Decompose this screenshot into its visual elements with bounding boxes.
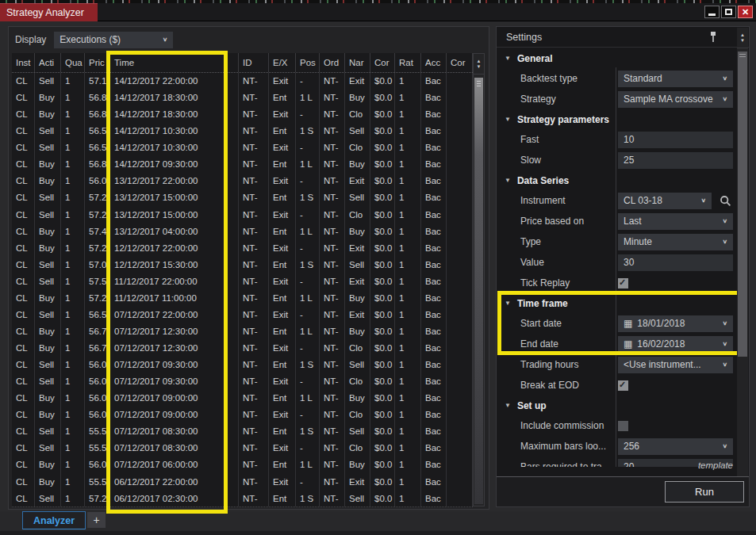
col-header-rate[interactable]: Rat [395,53,421,72]
section-general[interactable]: ▼ General [497,48,737,68]
scroll-down-icon[interactable]: ▼ [740,38,745,43]
col-header-quantity[interactable]: Qua [61,53,85,72]
include-commission-checkbox[interactable] [618,421,628,431]
search-icon[interactable] [720,195,731,207]
table-row[interactable]: CL Buy 1 56.8 14/12/2017 18:30:00 NT- En… [12,90,473,106]
table-row[interactable]: CL Buy 1 56.0 07/12/2017 06:00:00 NT- En… [12,457,473,473]
col-header-account[interactable]: Acc [421,53,447,72]
start-date-picker[interactable]: ▦18/01/2018∨ [618,315,733,332]
pin-icon[interactable] [708,31,719,44]
col-header-action[interactable]: Acti [35,53,61,72]
cell-quantity: 1 [61,440,85,457]
col-header-time[interactable]: Time [110,53,226,72]
cell-id: NT- [239,390,269,407]
table-row[interactable]: CL Sell 1 57.5 11/12/2017 22:00:00 NT- E… [12,273,473,290]
add-tab-button[interactable]: + [87,512,106,528]
minimize-button[interactable] [704,6,720,18]
end-date-picker[interactable]: ▦16/02/2018∨ [618,336,733,353]
trading-hours-dropdown[interactable]: <Use instrument...∨ [618,357,733,373]
cell-price: 57.4 [85,224,110,240]
settings-scrollbar-thumb[interactable] [738,52,747,357]
col-header-commission[interactable]: Cor [370,53,395,72]
table-row[interactable]: CL Buy 1 55.5 06/12/2017 22:00:00 NT- Ex… [12,474,473,491]
cell-gap [226,139,239,156]
table-row[interactable]: CL Sell 1 57.1 14/12/2017 22:00:00 NT- E… [12,73,473,90]
col-header-instrument[interactable]: Inst [12,53,35,72]
table-row[interactable]: CL Buy 1 56.7 07/12/2017 12:30:00 NT- En… [12,323,473,340]
cell-rate: 1 [395,240,421,257]
cell-commission: $0.0 [370,123,395,139]
table-scrollbar[interactable]: ▲ ▼ [473,53,485,506]
run-button[interactable]: Run [665,481,744,503]
table-row[interactable]: CL Buy 1 57.2 11/12/2017 11:00:00 NT- En… [12,290,473,307]
scroll-down-icon[interactable]: ▼ [477,64,482,69]
table-row[interactable]: CL Buy 1 56.7 07/12/2017 12:30:00 NT- Ex… [12,340,473,357]
cell-rate: 1 [395,257,421,273]
strategy-dropdown[interactable]: Sample MA crossove∨ [618,91,733,108]
cell-action: Buy [35,390,61,407]
scroll-up-icon[interactable]: ▲ [740,32,745,37]
maximize-button[interactable] [721,6,736,18]
table-row[interactable]: CL Sell 1 57.2 06/12/2017 02:30:00 NT- E… [12,491,473,507]
template-link[interactable]: template [698,460,733,470]
table-row[interactable]: CL Buy 1 56.0 07/12/2017 09:00:00 NT- En… [12,390,473,407]
cell-commission: $0.0 [370,290,395,307]
table-row[interactable]: CL Buy 1 56.8 14/12/2017 18:30:00 NT- Ex… [12,106,473,123]
value-input[interactable]: 30 [618,254,733,271]
window-title-tab[interactable]: Strategy Analyzer [0,3,98,21]
tick-replay-checkbox[interactable] [618,278,628,289]
table-row[interactable]: CL Buy 1 57.4 13/12/2017 04:00:00 NT- En… [12,224,473,240]
col-header-price[interactable]: Pric [85,53,110,72]
cell-action: Buy [35,323,61,340]
type-dropdown[interactable]: Minute∨ [618,234,733,250]
cell-price: 56.5 [85,307,110,323]
table-row[interactable]: CL Sell 1 56.5 07/12/2017 22:00:00 NT- E… [12,307,473,323]
display-dropdown[interactable]: Executions ($) ∨ [54,32,173,48]
cell-instrument: CL [12,423,35,440]
scroll-up-icon[interactable]: ▲ [477,59,482,63]
table-row[interactable]: CL Sell 1 55.5 07/12/2017 08:30:00 NT- E… [12,423,473,440]
cell-order: NT- [320,189,345,206]
settings-scrollbar[interactable]: ▲ ▼ [737,28,748,491]
cell-name: Sell [345,257,370,273]
price-based-dropdown[interactable]: Last∨ [618,213,733,230]
close-button[interactable]: ✕ [738,6,753,18]
row-include-commission: Include commission [497,415,737,436]
table-row[interactable]: CL Sell 1 57.2 13/12/2017 15:00:00 NT- E… [12,189,473,206]
maximum-bars-dropdown[interactable]: 256∨ [618,438,733,455]
backtest-type-dropdown[interactable]: Standard∨ [618,71,733,87]
table-row[interactable]: CL Sell 1 56.5 14/12/2017 10:30:00 NT- E… [12,139,473,156]
cell-ex: Ent [269,491,296,507]
table-row[interactable]: CL Buy 1 56.0 13/12/2017 22:00:00 NT- Ex… [12,173,473,189]
table-row[interactable]: CL Buy 1 56.0 07/12/2017 09:00:00 NT- Ex… [12,407,473,423]
cell-name: Exit [345,240,370,257]
col-header-position[interactable]: Pos [296,53,320,72]
table-row[interactable]: CL Sell 1 56.0 07/12/2017 09:30:00 NT- E… [12,373,473,390]
table-row[interactable]: CL Sell 1 56.0 07/12/2017 09:30:00 NT- E… [12,357,473,373]
instrument-dropdown[interactable]: CL 03-18∨ [618,193,712,209]
table-scrollbar-thumb[interactable] [474,78,483,504]
table-row[interactable]: CL Buy 1 57.2 12/12/2017 22:00:00 NT- Ex… [12,240,473,257]
col-header-name[interactable]: Nar [345,53,370,72]
col-header-connection[interactable]: Cor [447,53,473,72]
cell-position: 1 L [296,290,320,307]
section-strategy-parameters[interactable]: ▼ Strategy parameters [497,109,737,129]
tab-analyzer[interactable]: Analyzer [22,511,86,529]
cell-rate: 1 [395,123,421,139]
fast-input[interactable]: 10 [618,132,733,148]
col-header-id[interactable]: ID [239,53,269,72]
row-end-date: End date ▦16/02/2018∨ [497,334,737,354]
table-row[interactable]: CL Sell 1 57.2 13/12/2017 15:00:00 NT- E… [12,207,473,224]
value-value: 30 [624,257,634,268]
table-row[interactable]: CL Sell 1 57.0 12/12/2017 15:30:00 NT- E… [12,257,473,273]
col-header-order[interactable]: Ord [320,53,345,72]
section-data-series[interactable]: ▼ Data Series [497,170,737,190]
table-row[interactable]: CL Sell 1 55.5 07/12/2017 08:30:00 NT- E… [12,440,473,457]
slow-input[interactable]: 25 [618,152,733,169]
col-header-ex[interactable]: E/X [269,53,296,72]
table-row[interactable]: CL Buy 1 56.8 14/12/2017 09:30:00 NT- En… [12,156,473,173]
break-eod-checkbox[interactable] [618,380,628,391]
section-time-frame[interactable]: ▼ Time frame [497,293,737,313]
section-set-up[interactable]: ▼ Set up [497,396,737,415]
table-row[interactable]: CL Sell 1 56.5 14/12/2017 10:30:00 NT- E… [12,123,473,139]
